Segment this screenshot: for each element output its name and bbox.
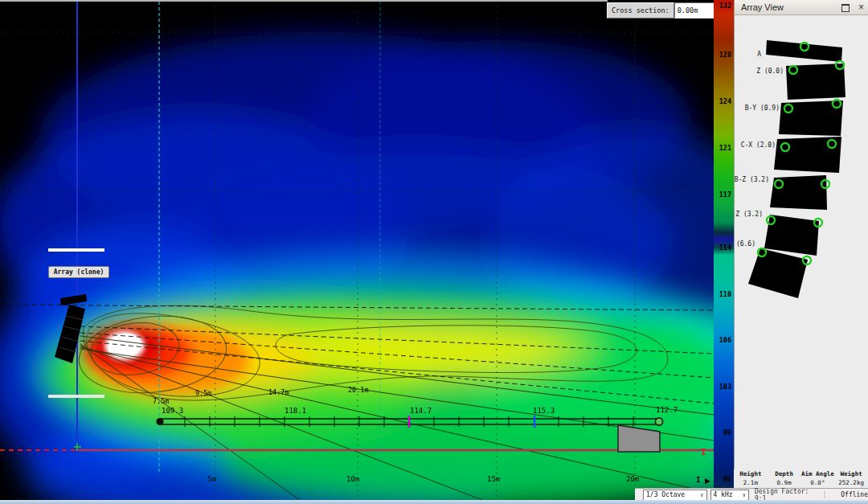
ray-distance: 20.1m [348,386,369,394]
line-start-handle[interactable] [156,418,163,425]
element-label: (6.6) [736,240,755,248]
window-bottom-edge [0,500,868,504]
float-window-icon[interactable] [841,4,850,12]
status-bar: 1/3 Octave ∨ 4 kHz ∨ Design Factor: 9:1 … [635,488,868,501]
timeline-cursor[interactable]: I [696,476,700,484]
scale-tick: 114 [714,244,731,252]
cross-section-input[interactable]: 0.00m [674,2,719,18]
connection-status: Offline [841,491,868,498]
element-label: A [757,51,761,58]
scale-tick: 103 [714,383,731,391]
array-element-box[interactable] [748,248,808,298]
spl-heatmap-canvas[interactable]: I 109.3 [0,0,714,500]
panel-title-text: Array View [741,2,784,12]
frequency-dropdown[interactable]: 4 kHz ∨ [710,490,749,501]
cross-section-label: Cross section: [607,2,674,18]
array-handle-bottom[interactable] [48,395,104,398]
scale-tick: 124 [714,97,731,105]
scale-tick: 110 [714,290,731,298]
element-label: B-Y (0.9) [745,104,780,112]
ray-distance: 14.7m [268,388,289,396]
status-separator: | [822,491,826,498]
chevron-down-icon: ∨ [700,490,703,500]
element-label: Z (0.0) [756,68,784,75]
height-value: 2.1m [734,478,768,487]
scale-tick: 117 [714,191,731,199]
window-top-edge [0,0,608,2]
spl-color-scale: 132 128 124 121 117 114 110 106 103 99 9… [714,0,734,500]
axis-tick: 15m [487,475,500,483]
array-element-box[interactable] [786,64,845,100]
array-view-panel: Array View × [734,0,868,500]
weight-label: Weight [834,469,868,478]
ray-distance: 7.5m [153,397,169,405]
element-label: B-Z (3.2) [735,176,769,183]
array-element-box[interactable] [774,137,841,173]
axis-tick: 10m [346,475,359,483]
spl-value: 115.3 [533,407,555,415]
height-label: Height [734,469,768,478]
ground-cursor[interactable]: I [701,447,706,457]
array-element-box[interactable] [764,215,819,256]
depth-value: 0.9m [768,478,801,487]
aim-angle-value: 0.0° [801,478,835,487]
axis-tick: 20m [626,475,639,483]
spl-value: 118.1 [285,407,306,415]
close-icon[interactable]: × [858,0,864,14]
chevron-down-icon: ∨ [743,490,746,500]
array-elements[interactable] [748,40,845,298]
spl-value: 109.3 [162,407,183,415]
frequency-value: 4 kHz [714,490,733,500]
element-label: -Z (3.2) [735,211,763,218]
scale-tick: 95 [714,475,731,483]
array-handle-top[interactable] [48,248,104,252]
array-name-tag[interactable]: Array (clone) [48,266,109,278]
app-window: I 109.3 [0,0,868,504]
ray-distance: 9.5m [195,389,211,397]
scale-tick: 132 [714,2,731,10]
spl-value: 112.7 [656,406,678,414]
scale-tick: 106 [714,336,731,344]
panel-title-bar[interactable]: Array View × [735,0,868,15]
element-label: C-X (2.0) [741,141,776,149]
array-view-drawing: A Z (0.0) B-Y (0.9) C-X (2.0) B-Z (3.2) … [735,15,868,465]
spl-value: 114.7 [410,407,432,415]
weight-value: 252.2kg [834,478,868,487]
play-icon[interactable]: ▶ [705,477,710,485]
aim-angle-label: Aim Angle [801,469,835,478]
axis-tick: 5m [207,475,216,483]
scale-tick: 121 [714,144,731,152]
depth-label: Depth [768,469,801,478]
bandwidth-value: 1/3 Octave [646,490,685,500]
array-info-block: Height Depth Aim Angle Weight 2.1m 0.9m … [734,469,868,488]
scale-tick: 99 [714,428,731,436]
line-end-handle[interactable] [655,418,662,425]
scale-tick: 128 [714,51,731,59]
bandwidth-dropdown[interactable]: 1/3 Octave ∨ [643,490,707,501]
